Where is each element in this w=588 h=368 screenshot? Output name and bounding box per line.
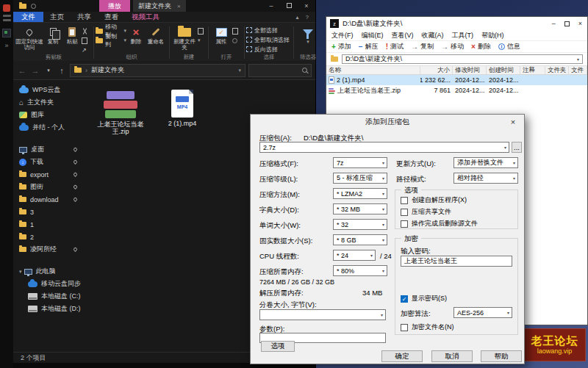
recent-locations-icon[interactable]: ▾ — [43, 68, 54, 73]
tab-file[interactable]: 文件 — [13, 12, 43, 22]
column-size[interactable]: 大小 — [420, 66, 453, 74]
volume-select[interactable]: ▾ — [259, 309, 386, 320]
search-input[interactable] — [248, 64, 312, 77]
menu-edit[interactable]: 编辑(E) — [362, 31, 384, 40]
new-folder-button[interactable]: 新建文件夹 — [171, 24, 198, 51]
encrypt-names-checkbox[interactable]: 加密文件名(N) — [401, 322, 454, 332]
history-button[interactable] — [232, 37, 238, 44]
breadcrumb-folder[interactable]: 新建文件夹 — [91, 65, 124, 75]
tab-home[interactable]: 主页 — [43, 12, 71, 22]
pinned-app-icon[interactable] — [3, 4, 10, 12]
up-button[interactable]: ↑ — [57, 66, 67, 75]
dictionary-select[interactable]: * 32 MB▾ — [333, 203, 387, 214]
menu-tools[interactable]: 工具(T) — [452, 31, 474, 40]
contextual-group-chip[interactable]: 播放 — [99, 0, 130, 12]
format-select[interactable]: 7z▾ — [333, 157, 387, 168]
file-mp4[interactable]: MP4 2 (1).mp4 — [156, 89, 209, 127]
open-button[interactable] — [232, 27, 238, 35]
delete-after-checkbox[interactable]: 操作完成后删除源文件 — [401, 219, 478, 228]
test-button[interactable]: !测试 — [386, 42, 404, 51]
ok-button[interactable]: 确定 — [381, 350, 423, 362]
path-mode-select[interactable]: 相对路径▾ — [453, 173, 518, 184]
tab-share[interactable]: 共享 — [71, 12, 98, 22]
menu-help[interactable]: 帮助(H) — [481, 31, 504, 40]
encryption-method-select[interactable]: AES-256▾ — [453, 307, 512, 318]
column-comment[interactable]: 注释 — [520, 66, 545, 74]
sidebar-item-disk-d[interactable]: 本地磁盘 (D:) — [13, 303, 81, 315]
update-mode-select[interactable]: 添加并替换文件▾ — [453, 157, 518, 168]
shared-files-checkbox[interactable]: 压缩共享文件 — [401, 207, 451, 217]
sidebar-item-personal-cloud[interactable]: 并结 - 个人 — [13, 121, 81, 134]
tab-close-icon[interactable]: × — [177, 3, 181, 10]
explorer-tab[interactable]: 新建文件夹 × — [133, 0, 186, 12]
easy-access-button[interactable]: ▾ — [198, 37, 204, 44]
menu-favorites[interactable]: 收藏(A) — [422, 31, 444, 40]
forward-button[interactable]: → — [30, 66, 40, 75]
options-button[interactable]: 选项 — [261, 341, 295, 352]
paste-button[interactable]: 粘贴 — [62, 24, 82, 45]
sidebar-item-1[interactable]: 1 — [13, 218, 81, 231]
sidebar-item-gallery[interactable]: 图库 — [13, 109, 81, 121]
copy-path-button[interactable] — [82, 37, 88, 44]
cut-button[interactable] — [82, 27, 88, 35]
sidebar-item-home-folder[interactable]: ⌂主文件夹 — [13, 96, 81, 109]
column-folders[interactable]: 文件夹 — [545, 66, 569, 74]
close-button[interactable]: × — [298, 0, 315, 12]
tab-view[interactable]: 查看 — [98, 12, 125, 22]
select-none-button[interactable]: 全部取消选择 — [246, 36, 290, 43]
sidebar-item-pictures[interactable]: 图街 — [13, 181, 81, 193]
column-created[interactable]: 创建时间 — [487, 66, 520, 74]
menu-view[interactable]: 查看(V) — [392, 31, 414, 40]
copy-button[interactable]: →复制 — [411, 42, 434, 51]
sidebar-item-misc[interactable]: 凌阿所经 — [13, 243, 81, 256]
table-row[interactable]: 上老王论坛当老王.zip 7 861 2024-12... 2024-12... — [326, 85, 587, 95]
chevron-down-icon[interactable]: ▾ — [577, 57, 579, 62]
sidebar-item-disk-c[interactable]: 本地磁盘 (C:) — [13, 290, 81, 303]
copy-button[interactable]: 复制 — [43, 24, 62, 45]
close-button[interactable]: × — [578, 20, 582, 27]
back-button[interactable]: ← — [17, 66, 27, 75]
sidebar-item-this-pc[interactable]: ▾此电脑 — [13, 265, 81, 278]
new-item-button[interactable] — [198, 27, 204, 35]
extract-button[interactable]: −解压 — [359, 42, 379, 51]
help-button[interactable]: 帮助 — [481, 350, 522, 362]
sidebar-item-downloads[interactable]: ↓下载 — [13, 156, 81, 168]
file-zip[interactable]: 上老王论坛当老王.zip — [94, 89, 147, 135]
move-button[interactable]: →移动 — [441, 42, 464, 51]
sidebar-item-2[interactable]: 2 — [13, 231, 81, 243]
select-all-button[interactable]: 全部选择 — [246, 26, 290, 34]
breadcrumb[interactable]: › 新建文件夹 ▾ — [70, 64, 245, 77]
delete-button[interactable]: ×删除 — [471, 42, 491, 51]
delete-button[interactable]: × 删除 — [126, 24, 146, 45]
expander-icon[interactable]: ▾ — [19, 269, 22, 275]
sidebar-item-download-folder[interactable]: download — [13, 193, 81, 206]
table-row[interactable]: 2 (1).mp4 1 232 62... 2024-12... 2024-12… — [326, 75, 587, 85]
folder-icon[interactable] — [19, 4, 26, 9]
show-password-checkbox[interactable]: ✓显示密码(S) — [401, 294, 447, 303]
tab-video-tools[interactable]: 视频工具 — [125, 12, 166, 22]
dock-app-tile[interactable] — [2, 29, 11, 37]
sidebar-item-3[interactable]: 3 — [13, 206, 81, 218]
browse-button[interactable]: ... — [512, 142, 522, 153]
info-button[interactable]: i信息 — [498, 42, 520, 51]
rename-button[interactable]: 重命名 — [146, 24, 166, 45]
word-size-select[interactable]: * 32▾ — [333, 219, 387, 230]
column-files[interactable]: 文件 — [569, 66, 587, 74]
pin-to-quick-access-button[interactable]: 固定到快速访问 — [15, 24, 43, 51]
threads-select[interactable]: * 24▾ — [333, 250, 376, 261]
close-button[interactable]: × — [503, 115, 523, 129]
copy-to-button[interactable]: 复制到 ▾ — [96, 37, 126, 44]
sidebar-item-export[interactable]: export — [13, 168, 81, 181]
add-button[interactable]: +添加 — [331, 42, 351, 51]
maximize-button[interactable] — [564, 21, 570, 26]
sidebar-item-mobile-cloud[interactable]: 移动云盘同步盘 — [13, 278, 81, 290]
minimize-button[interactable]: – — [262, 0, 280, 12]
solid-block-select[interactable]: * 8 GB▾ — [333, 234, 387, 245]
collapse-ribbon-icon[interactable]: ▴ — [296, 14, 299, 21]
cancel-button[interactable]: 取消 — [431, 350, 473, 362]
memory-usage-select[interactable]: * 80%▾ — [333, 265, 387, 276]
minimize-button[interactable]: – — [552, 20, 556, 27]
menu-file[interactable]: 文件(F) — [331, 31, 354, 40]
maximize-button[interactable] — [280, 0, 298, 12]
properties-button[interactable]: ✓ 属性 — [210, 24, 232, 45]
